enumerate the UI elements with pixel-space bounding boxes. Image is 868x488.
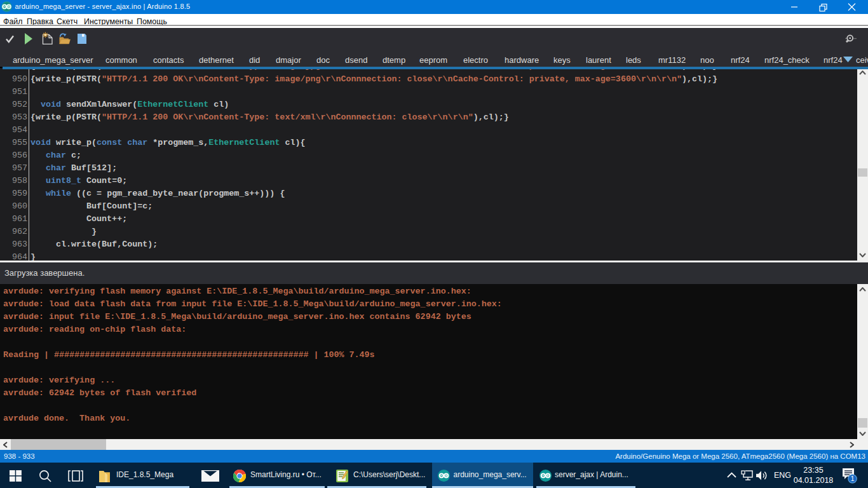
svg-text:1: 1 [850, 475, 854, 482]
